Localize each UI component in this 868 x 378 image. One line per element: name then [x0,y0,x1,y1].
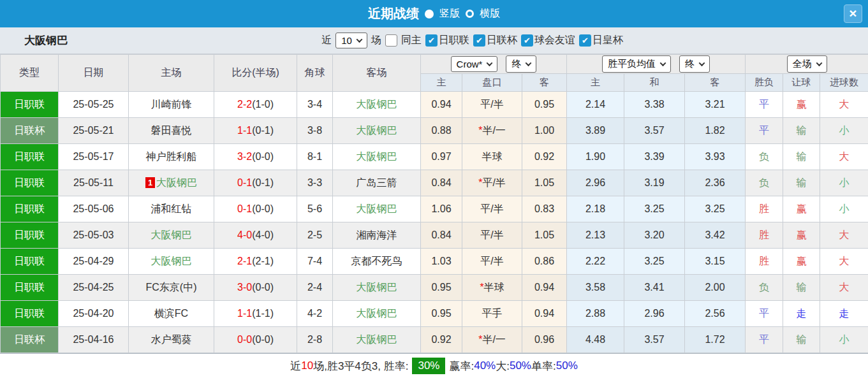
goals-result-cell: 小 [820,327,868,353]
horizontal-radio-label[interactable]: 横版 [480,7,500,20]
handicap-result-cell: 输 [783,327,820,353]
summary-segment: 30% [412,358,445,374]
vertical-radio-selected[interactable] [425,10,434,18]
avg-lose-cell: 3.42 [685,222,746,249]
league-type-cell: 日职联 [1,301,59,327]
col-type: 类型 [1,55,59,92]
goals-result-cell: 大 [820,275,868,301]
handicap-result-cell: 赢 [783,196,820,222]
red-card-badge: 1 [145,177,155,188]
summary-bar: 近10场,胜3平4负3, 胜率:30%赢率:40% 大:50% 单率:50% [0,353,868,378]
away-odds-cell: 0.86 [522,249,567,275]
home-team-cell: 横滨FC [129,301,214,327]
handicap-cell: 平/半 [462,249,522,275]
chevron-down-icon [526,60,532,66]
odds-period-select[interactable]: 终 [506,55,536,73]
summary-segment: 40% [474,360,496,372]
outcome-result-cell: 负 [746,144,783,170]
avg-lose-cell: 3.25 [685,196,746,222]
handicap-cell: 平/半 [462,92,522,118]
bookmaker-select[interactable]: Crow* [451,56,498,72]
score-cell: 2-2(1-0) [214,92,297,118]
score-cell: 1-1(1-1) [214,301,297,327]
col-odds-home: 主 [421,74,462,92]
full-match-select[interactable]: 全场 [787,55,827,73]
date-cell: 25-05-25 [59,92,129,118]
avg-period-select[interactable]: 终 [679,55,710,73]
summary-segment: 50% [510,360,531,372]
col-outcome: 胜负 [746,74,783,92]
home-team-cell: 大阪钢巴 [129,222,214,249]
avg-lose-cell: 1.82 [685,118,746,144]
away-odds-cell: 1.00 [522,118,567,144]
col-away: 客场 [333,55,421,92]
avg-lose-cell: 3.15 [685,249,746,275]
page-title: 近期战绩 [368,5,419,22]
home-team-cell: 大阪钢巴 [129,249,214,275]
avg-win-cell: 2.22 [567,249,624,275]
filter-bar: 大阪钢巴 近 10 场 同主 ✔ 日职联 ✔ 日联杯 ✔ 球会友谊 ✔ 日皇杯 [0,27,868,54]
avg-lose-cell: 1.72 [685,327,746,353]
home-odds-cell: 0.84 [421,170,462,196]
same-home-checkbox[interactable] [385,34,397,47]
corner-cell: 7-4 [297,249,333,275]
corner-cell: 2-4 [297,275,333,301]
corner-cell: 5-6 [297,196,333,222]
table-row: 日职联25-05-25川崎前锋2-2(1-0)3-4大阪钢巴0.94平/半0.9… [1,92,868,118]
avg-win-cell: 3.58 [567,275,624,301]
friendly-checkbox[interactable]: ✔ [521,34,533,47]
home-odds-cell: 0.92 [421,327,462,353]
avg-draw-cell: 3.57 [624,327,685,353]
date-cell: 25-05-17 [59,144,129,170]
jleague-checkbox[interactable]: ✔ [425,34,438,47]
col-goals-result: 进球数 [820,74,868,92]
close-icon[interactable]: × [844,4,862,23]
away-team-cell: 大阪钢巴 [333,92,421,118]
goals-result-cell: 小 [820,196,868,222]
avg-draw-cell: 3.41 [624,275,685,301]
vertical-radio-label[interactable]: 竖版 [439,7,460,20]
avg-lose-cell: 3.93 [685,144,746,170]
home-team-cell: 水户蜀葵 [129,327,214,353]
away-odds-cell: 1.05 [522,170,567,196]
handicap-cell: 平/半 [462,222,522,249]
avg-lose-cell: 3.21 [685,92,746,118]
table-row: 日职联25-05-17神户胜利船3-2(0-0)8-1大阪钢巴0.97半球0.9… [1,144,868,170]
league-type-cell: 日职联 [1,275,59,301]
team-name: 大阪钢巴 [24,33,68,48]
filter-league-friendly: ✔ 球会友谊 [521,34,575,47]
handicap-result-cell: 输 [783,144,820,170]
same-home-label: 同主 [401,34,422,47]
away-odds-cell: 1.05 [522,222,567,249]
score-cell: 0-0(0-0) [214,327,297,353]
horizontal-radio[interactable] [466,10,474,18]
summary-segment: 赢率: [449,359,474,374]
handicap-cell: 平/半 [462,196,522,222]
avg-win-cell: 2.96 [567,170,624,196]
chevron-down-icon [816,60,822,66]
col-home: 主场 [129,55,214,92]
handicap-result-cell: 赢 [783,92,820,118]
goals-result-cell: 走 [820,301,868,327]
avg-odds-select[interactable]: 胜平负均值 [602,55,671,73]
away-team-cell: 大阪钢巴 [333,275,421,301]
outcome-result-cell: 胜 [746,222,783,249]
handicap-result-cell: 输 [783,118,820,144]
col-avg-lose: 客 [685,74,746,92]
games-suffix-label: 场 [371,34,381,47]
emperor-cup-checkbox[interactable]: ✔ [579,34,591,47]
handicap-cell: *半/一 [462,327,522,353]
jcup-checkbox[interactable]: ✔ [473,34,485,47]
games-count-select[interactable]: 10 [335,33,367,48]
score-cell: 0-1(0-0) [214,196,297,222]
avg-win-cell: 2.18 [567,196,624,222]
outcome-result-cell: 负 [746,275,783,301]
star-marker: * [478,125,482,136]
col-corner: 角球 [297,55,333,92]
avg-win-cell: 4.48 [567,327,624,353]
avg-lose-cell: 2.36 [685,170,746,196]
filter-league-jleague: ✔ 日职联 [425,34,469,47]
star-marker: * [478,177,482,188]
filter-league-jcup: ✔ 日联杯 [473,34,517,47]
score-cell: 0-1(0-1) [214,170,297,196]
